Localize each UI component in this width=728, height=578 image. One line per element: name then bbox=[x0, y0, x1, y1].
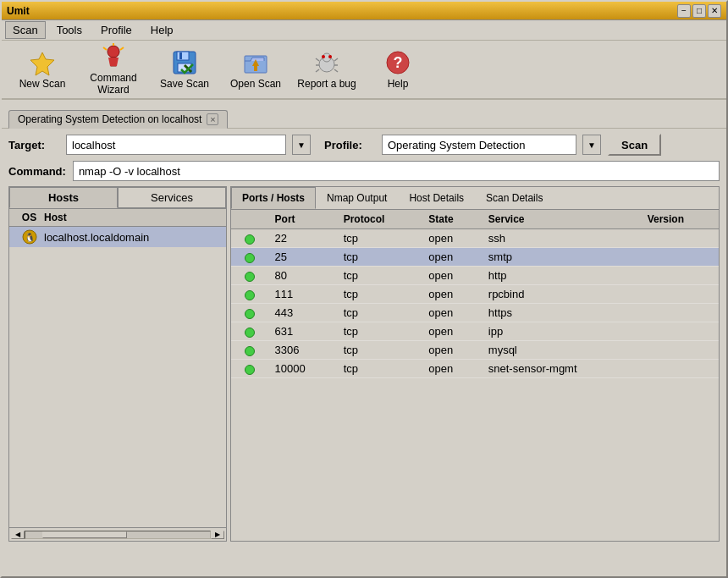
profile-input[interactable] bbox=[382, 135, 576, 155]
maximize-button[interactable]: □ bbox=[692, 4, 706, 18]
new-scan-button[interactable]: New Scan bbox=[8, 43, 76, 96]
status-cell bbox=[231, 360, 268, 378]
table-row[interactable]: 22tcpopenssh bbox=[231, 229, 719, 248]
status-dot bbox=[245, 309, 255, 319]
col-port-header: Port bbox=[268, 210, 337, 229]
services-tab[interactable]: Services bbox=[118, 187, 226, 208]
svg-marker-3 bbox=[108, 58, 119, 66]
svg-line-21 bbox=[316, 69, 319, 72]
protocol-cell: tcp bbox=[337, 304, 422, 322]
state-cell: open bbox=[422, 360, 482, 378]
status-dot bbox=[245, 234, 255, 245]
svg-line-4 bbox=[103, 47, 107, 50]
host-service-tabs: Hosts Services bbox=[9, 187, 226, 209]
status-cell bbox=[231, 341, 268, 360]
hosts-tab[interactable]: Hosts bbox=[9, 187, 118, 208]
service-cell: rpcbind bbox=[482, 285, 641, 304]
service-cell: https bbox=[482, 304, 641, 322]
service-cell: ssh bbox=[482, 229, 641, 248]
target-label: Target: bbox=[8, 139, 59, 151]
table-row[interactable]: 25tcpopensmtp bbox=[231, 248, 719, 267]
protocol-cell: tcp bbox=[337, 322, 422, 341]
menu-item-scan[interactable]: Scan bbox=[5, 21, 46, 39]
host-row[interactable]: 🐧 localhost.localdomain bbox=[9, 227, 226, 247]
command-wizard-icon bbox=[100, 43, 127, 70]
col-service-header: Service bbox=[482, 210, 641, 229]
state-cell: open bbox=[422, 285, 482, 304]
port-table-header-row: Port Protocol State Service Version bbox=[231, 210, 719, 229]
status-cell bbox=[231, 229, 268, 248]
tab-scan-details[interactable]: Scan Details bbox=[475, 187, 554, 209]
protocol-cell: tcp bbox=[337, 267, 422, 285]
close-tab-button[interactable]: × bbox=[207, 113, 218, 125]
svg-line-18 bbox=[334, 58, 338, 61]
tab-ports-hosts[interactable]: Ports / Hosts bbox=[231, 187, 316, 209]
scan-tab-strip: Operating System Detection on localhost … bbox=[2, 100, 726, 129]
port-cell: 631 bbox=[268, 322, 337, 341]
status-dot bbox=[245, 328, 255, 338]
protocol-cell: tcp bbox=[337, 341, 422, 360]
tab-nmap-output[interactable]: Nmap Output bbox=[316, 187, 398, 209]
status-cell bbox=[231, 267, 268, 285]
table-row[interactable]: 631tcpopenipp bbox=[231, 322, 719, 341]
scroll-left-arrow[interactable]: ◀ bbox=[11, 531, 25, 539]
status-dot bbox=[245, 365, 255, 375]
report-bug-button[interactable]: Report a bug bbox=[293, 43, 361, 96]
target-row: Target: ▼ Profile: ▼ Scan bbox=[8, 134, 720, 156]
left-panel-scrollbar: ◀ ▶ bbox=[9, 527, 226, 541]
col-version-header: Version bbox=[641, 210, 719, 229]
scroll-track[interactable] bbox=[25, 531, 211, 539]
main-content: Target: ▼ Profile: ▼ Scan Command: Hosts… bbox=[2, 129, 726, 547]
window-frame: Umit − □ ✕ Scan Tools Profile Help New S… bbox=[0, 0, 728, 578]
close-button[interactable]: ✕ bbox=[708, 4, 721, 18]
command-wizard-button[interactable]: Command Wizard bbox=[80, 43, 147, 96]
scan-run-button[interactable]: Scan bbox=[608, 134, 661, 156]
minimize-button[interactable]: − bbox=[677, 4, 691, 18]
state-cell: open bbox=[422, 304, 482, 322]
table-row[interactable]: 80tcpopenhttp bbox=[231, 267, 719, 285]
table-row[interactable]: 111tcpopenrpcbind bbox=[231, 285, 719, 304]
state-cell: open bbox=[422, 248, 482, 267]
col-state-header: State bbox=[422, 210, 482, 229]
menu-item-tools[interactable]: Tools bbox=[49, 21, 90, 39]
svg-line-17 bbox=[316, 58, 319, 61]
open-scan-button[interactable]: Open Scan bbox=[222, 43, 290, 96]
table-row[interactable]: 10000tcpopensnet-sensor-mgmt bbox=[231, 360, 719, 378]
service-cell: snet-sensor-mgmt bbox=[482, 360, 641, 378]
target-dropdown-button[interactable]: ▼ bbox=[292, 135, 311, 155]
state-cell: open bbox=[422, 229, 482, 248]
profile-dropdown-button[interactable]: ▼ bbox=[582, 135, 601, 155]
scroll-right-arrow[interactable]: ▶ bbox=[211, 531, 224, 539]
state-cell: open bbox=[422, 341, 482, 360]
command-label: Command: bbox=[8, 165, 66, 178]
col-host-header: Host bbox=[44, 212, 221, 223]
save-scan-button[interactable]: Save Scan bbox=[151, 43, 218, 96]
scroll-thumb[interactable] bbox=[42, 531, 127, 538]
host-list-header: OS Host bbox=[9, 209, 226, 227]
profile-label: Profile: bbox=[324, 139, 375, 151]
help-button[interactable]: ? Help bbox=[364, 43, 432, 96]
host-os-icon: 🐧 bbox=[14, 229, 44, 245]
port-cell: 10000 bbox=[268, 360, 337, 378]
protocol-cell: tcp bbox=[337, 229, 422, 248]
scan-tab[interactable]: Operating System Detection on localhost … bbox=[8, 110, 228, 129]
title-bar-buttons: − □ ✕ bbox=[677, 4, 721, 18]
menu-item-profile[interactable]: Profile bbox=[93, 21, 140, 39]
version-cell bbox=[641, 304, 719, 322]
table-row[interactable]: 443tcpopenhttps bbox=[231, 304, 719, 322]
toolbar: New Scan Command Wizard bbox=[2, 41, 726, 100]
protocol-cell: tcp bbox=[337, 360, 422, 378]
panel-area: Hosts Services OS Host 🐧 bbox=[8, 186, 720, 542]
service-cell: smtp bbox=[482, 248, 641, 267]
service-cell: http bbox=[482, 267, 641, 285]
status-cell bbox=[231, 304, 268, 322]
port-cell: 111 bbox=[268, 285, 337, 304]
table-row[interactable]: 3306tcpopenmysql bbox=[231, 341, 719, 360]
menu-item-help[interactable]: Help bbox=[143, 21, 181, 39]
tab-host-details[interactable]: Host Details bbox=[398, 187, 475, 209]
port-table: Port Protocol State Service Version 22tc… bbox=[231, 210, 719, 378]
target-input[interactable] bbox=[66, 135, 286, 155]
port-cell: 80 bbox=[268, 267, 337, 285]
version-cell bbox=[641, 229, 719, 248]
command-input[interactable] bbox=[73, 161, 720, 181]
